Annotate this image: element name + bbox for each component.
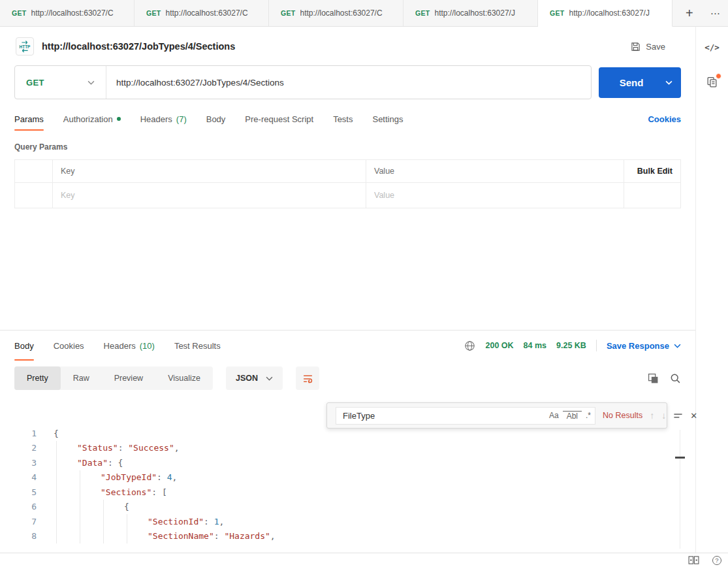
tab-label: Settings	[372, 114, 403, 124]
comments-icon[interactable]	[706, 76, 718, 91]
code-line: 5"Sections": [	[0, 485, 695, 500]
request-tab-tests[interactable]: Tests	[333, 107, 353, 131]
code-token: "Hazards"	[224, 531, 270, 541]
network-globe-icon[interactable]	[464, 340, 475, 351]
response-tab-test-results[interactable]: Test Results	[174, 331, 221, 361]
response-toolbar-right	[648, 373, 681, 384]
notification-dot	[716, 73, 721, 79]
response-tab-cookies[interactable]: Cookies	[54, 331, 84, 361]
request-tab[interactable]: GEThttp://localhost:63027/C	[269, 0, 404, 27]
view-mode-preview[interactable]: Preview	[102, 366, 155, 390]
status-badge: 200 OK	[485, 341, 513, 350]
bulk-edit-button[interactable]: Bulk Edit	[624, 160, 680, 182]
new-tab-button[interactable]: +	[686, 7, 693, 20]
request-nav-tabs: ParamsAuthorizationHeaders(7)BodyPre-req…	[14, 107, 403, 131]
request-tab-authorization[interactable]: Authorization	[63, 107, 121, 131]
response-panel: BodyCookiesHeaders(10)Test Results 200 O…	[0, 330, 695, 553]
regex-toggle[interactable]: .*	[582, 411, 595, 420]
save-button[interactable]: Save	[631, 42, 680, 52]
code-token: :	[157, 472, 167, 482]
request-tab[interactable]: GEThttp://localhost:63027/C	[0, 0, 135, 27]
find-next-icon[interactable]: ↓	[661, 410, 666, 421]
view-mode-visualize[interactable]: Visualize	[155, 366, 213, 390]
code-snippet-icon[interactable]: </>	[704, 42, 720, 52]
tab-label: Headers	[104, 341, 136, 351]
param-key-input[interactable]	[61, 191, 358, 200]
tab-count: (7)	[176, 114, 187, 124]
more-options-icon[interactable]: ⋯	[710, 8, 721, 18]
query-params-empty-row	[15, 183, 680, 208]
response-tab-headers[interactable]: Headers(10)	[104, 331, 155, 361]
code-line: 6{	[0, 500, 695, 515]
svg-text:HTTP: HTTP	[20, 44, 31, 49]
request-tab[interactable]: GEThttp://localhost:63027/J	[538, 0, 673, 27]
request-tab-headers[interactable]: Headers(7)	[140, 107, 187, 131]
indent-guides	[54, 529, 148, 544]
response-body-viewer[interactable]: 1{2"Status": "Success",3"Data": {4"JobTy…	[0, 426, 695, 553]
view-mode-pretty[interactable]: Pretty	[14, 366, 61, 390]
tab-url-label: http://localhost:63027/C	[31, 8, 123, 18]
method-select[interactable]: GET	[15, 66, 106, 99]
code-token: "Data"	[77, 458, 108, 468]
scrollbar-track	[680, 430, 680, 549]
code-token: ,	[172, 472, 178, 482]
find-previous-icon[interactable]: ↑	[650, 410, 654, 421]
response-tab-body[interactable]: Body	[14, 331, 34, 361]
param-value-input[interactable]	[374, 191, 616, 200]
code-token: "Status"	[77, 443, 118, 453]
request-tab-pre-request-script[interactable]: Pre-request Script	[245, 107, 313, 131]
chevron-down-icon	[266, 376, 273, 381]
copy-icon[interactable]	[648, 373, 659, 384]
find-options-icon[interactable]	[673, 411, 683, 421]
query-params-title: Query Params	[14, 142, 681, 152]
code-token: : [	[151, 487, 166, 497]
code-token: 4	[167, 472, 172, 482]
tab-label: Params	[14, 114, 44, 124]
tab-label: Test Results	[174, 341, 221, 351]
code-line: 7"SectionId": 1,	[0, 514, 695, 529]
request-tab-params[interactable]: Params	[14, 107, 44, 131]
send-button[interactable]: Send	[599, 67, 681, 98]
query-params-table: Key Value Bulk Edit	[14, 159, 681, 208]
tab-method-label: GET	[281, 9, 296, 17]
whole-word-toggle[interactable]: Abl	[563, 411, 582, 421]
match-case-toggle[interactable]: Aa	[545, 411, 563, 420]
view-mode-raw[interactable]: Raw	[61, 366, 102, 390]
format-select[interactable]: JSON	[226, 366, 283, 390]
chevron-down-icon	[87, 80, 95, 85]
tabbar-actions: + ⋯	[673, 0, 728, 27]
request-tab[interactable]: GEThttp://localhost:63027/C	[135, 0, 269, 27]
code-token: "JobTypeId"	[101, 472, 157, 482]
search-icon[interactable]	[670, 373, 681, 384]
url-input[interactable]	[106, 78, 591, 88]
request-tab-body[interactable]: Body	[206, 107, 226, 131]
save-response-button[interactable]: Save Response	[607, 341, 681, 351]
format-label: JSON	[236, 374, 258, 383]
request-tab-settings[interactable]: Settings	[372, 107, 403, 131]
code-line: 3"Data": {	[0, 455, 695, 470]
tab-method-label: GET	[146, 9, 161, 17]
response-meta: 200 OK 84 ms 9.25 KB Save Response	[464, 340, 681, 351]
tab-label: Body	[206, 114, 226, 124]
view-mode-switch: PrettyRawPreviewVisualize	[14, 366, 213, 390]
help-icon[interactable]: ?	[712, 556, 721, 565]
request-title: http://localhost:63027/JobTypes/4/Sectio…	[42, 41, 235, 52]
two-pane-view-icon[interactable]	[688, 556, 699, 564]
request-tab[interactable]: GEThttp://localhost:63027/J	[404, 0, 538, 27]
cookies-link[interactable]: Cookies	[648, 114, 681, 124]
wrap-lines-button[interactable]	[296, 366, 319, 390]
code-line: 8"SectionName": "Hazards",	[0, 529, 695, 544]
scrollbar-thumb[interactable]	[675, 457, 685, 459]
tab-method-label: GET	[415, 9, 430, 17]
code-token: ,	[219, 517, 225, 526]
tab-label: Headers	[140, 114, 172, 124]
tab-method-label: GET	[12, 9, 27, 17]
tab-url-label: http://localhost:63027/J	[435, 8, 526, 18]
send-options-chevron-icon[interactable]	[656, 80, 681, 85]
find-input[interactable]	[336, 411, 545, 421]
line-number: 3	[0, 458, 37, 468]
url-box: GET	[14, 65, 592, 99]
find-close-icon[interactable]: ✕	[690, 411, 697, 421]
request-header: HTTP http://localhost:63027/JobTypes/4/S…	[16, 37, 680, 56]
response-nav-tabs: BodyCookiesHeaders(10)Test Results	[14, 331, 221, 361]
